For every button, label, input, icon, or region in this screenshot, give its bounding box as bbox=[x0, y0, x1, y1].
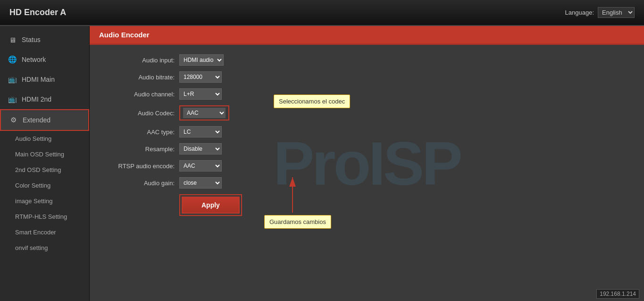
rtsp-audio-encode-select[interactable]: AAC MP3 bbox=[179, 160, 222, 172]
hdmi-2nd-icon: 📺 bbox=[8, 95, 17, 104]
resample-select[interactable]: Disable Enable bbox=[179, 143, 222, 155]
sidebar-sublabel-main-osd: Main OSD Setting bbox=[15, 151, 64, 158]
sidebar-label-hdmi-main: HDMI Main bbox=[22, 76, 55, 83]
rtsp-audio-encode-row: RTSP audio encode: AAC MP3 bbox=[104, 160, 630, 172]
globe-icon: 🌐 bbox=[8, 55, 17, 64]
language-section: Language: English Chinese bbox=[565, 7, 635, 18]
aac-type-label: AAC type: bbox=[104, 129, 179, 136]
apply-annotation: Guardamos cambios bbox=[264, 215, 331, 229]
resample-row: Resample: Disable Enable bbox=[104, 143, 630, 155]
resample-label: Resample: bbox=[104, 146, 179, 153]
sidebar-subitem-image-setting[interactable]: image Setting bbox=[0, 193, 89, 209]
sidebar-item-extended[interactable]: ⚙ Extended bbox=[0, 109, 89, 131]
hdmi-main-icon: 📺 bbox=[8, 75, 17, 84]
sidebar-label-extended: Extended bbox=[23, 116, 50, 124]
audio-channel-row: Audio channel: L+R Left Right bbox=[104, 88, 630, 100]
audio-codec-row: Audio Codec: AAC MP3 G711 bbox=[104, 105, 630, 120]
sidebar-subitem-smart-encoder[interactable]: Smart Encoder bbox=[0, 224, 89, 240]
audio-input-label: Audio input: bbox=[104, 57, 179, 64]
apply-button-container: Apply bbox=[179, 194, 242, 216]
sidebar-item-status[interactable]: 🖥 Status bbox=[0, 30, 89, 50]
sidebar-sublabel-rtmp: RTMP-HLS Setting bbox=[15, 213, 67, 220]
audio-channel-label: Audio channel: bbox=[104, 91, 179, 98]
audio-gain-select[interactable]: close low medium high bbox=[179, 177, 222, 189]
audio-channel-select[interactable]: L+R Left Right bbox=[179, 88, 222, 100]
sidebar-item-hdmi-main[interactable]: 📺 HDMI Main bbox=[0, 69, 89, 89]
aac-type-select[interactable]: LC HE HEv2 bbox=[179, 126, 222, 138]
tab-label: Audio Encoder bbox=[99, 31, 150, 39]
audio-gain-label: Audio gain: bbox=[104, 180, 179, 187]
gear-icon: ⚙ bbox=[8, 115, 18, 125]
sidebar-label-network: Network bbox=[22, 56, 46, 63]
sidebar-subitem-color-setting[interactable]: Color Setting bbox=[0, 178, 89, 193]
sidebar-label-status: Status bbox=[22, 36, 41, 43]
sidebar-sublabel-smart: Smart Encoder bbox=[15, 229, 56, 236]
audio-bitrate-label: Audio bitrate: bbox=[104, 74, 179, 81]
content-tab-header: Audio Encoder bbox=[90, 26, 644, 45]
form-area: Audio input: HDMI audio Line in Mic Audi… bbox=[90, 45, 644, 231]
ip-address: 192.168.1.214 bbox=[596, 289, 639, 299]
sidebar-subitem-onvif[interactable]: onvif setting bbox=[0, 240, 89, 256]
audio-input-row: Audio input: HDMI audio Line in Mic bbox=[104, 54, 630, 66]
language-select[interactable]: English Chinese bbox=[598, 7, 635, 18]
audio-gain-row: Audio gain: close low medium high bbox=[104, 177, 630, 189]
rtsp-audio-encode-label: RTSP audio encode: bbox=[104, 163, 179, 170]
monitor-icon: 🖥 bbox=[8, 35, 17, 44]
sidebar-sublabel-audio: Audio Setting bbox=[15, 135, 51, 142]
app-header: HD Encoder A Language: English Chinese bbox=[0, 0, 644, 26]
sidebar-label-hdmi-2nd: HDMI 2nd bbox=[22, 95, 51, 103]
sidebar-subitem-main-osd[interactable]: Main OSD Setting bbox=[0, 146, 89, 162]
apply-button[interactable]: Apply bbox=[182, 197, 240, 214]
sidebar-item-hdmi-2nd[interactable]: 📺 HDMI 2nd bbox=[0, 89, 89, 109]
sidebar-sublabel-image: image Setting bbox=[15, 198, 53, 205]
sidebar-sublabel-onvif: onvif setting bbox=[15, 244, 48, 251]
content-area: ProISP Audio Encoder Audio input: HDMI a… bbox=[90, 26, 644, 301]
sidebar-item-network[interactable]: 🌐 Network bbox=[0, 50, 89, 69]
app-title: HD Encoder A bbox=[9, 8, 66, 17]
audio-codec-select[interactable]: AAC MP3 G711 bbox=[183, 108, 226, 118]
audio-codec-highlighted-box: AAC MP3 G711 bbox=[179, 105, 229, 120]
sidebar-subitem-audio-setting[interactable]: Audio Setting bbox=[0, 131, 89, 146]
sidebar: 🖥 Status 🌐 Network 📺 HDMI Main 📺 HDMI 2n… bbox=[0, 26, 90, 301]
sidebar-sublabel-2nd-osd: 2nd OSD Setting bbox=[15, 166, 61, 173]
sidebar-subitem-2nd-osd[interactable]: 2nd OSD Setting bbox=[0, 162, 89, 178]
main-layout: 🖥 Status 🌐 Network 📺 HDMI Main 📺 HDMI 2n… bbox=[0, 26, 644, 301]
aac-type-row: AAC type: LC HE HEv2 bbox=[104, 126, 630, 138]
audio-bitrate-row: Audio bitrate: 128000 64000 32000 bbox=[104, 71, 630, 83]
sidebar-sublabel-color: Color Setting bbox=[15, 182, 50, 189]
audio-bitrate-select[interactable]: 128000 64000 32000 bbox=[179, 71, 222, 83]
audio-input-select[interactable]: HDMI audio Line in Mic bbox=[179, 54, 224, 66]
audio-codec-label: Audio Codec: bbox=[104, 110, 179, 117]
apply-row: Apply bbox=[104, 194, 630, 216]
sidebar-subitem-rtmp-hls[interactable]: RTMP-HLS Setting bbox=[0, 209, 89, 224]
codec-annotation: Seleccionamos el codec bbox=[274, 95, 350, 108]
language-label: Language: bbox=[565, 9, 594, 16]
